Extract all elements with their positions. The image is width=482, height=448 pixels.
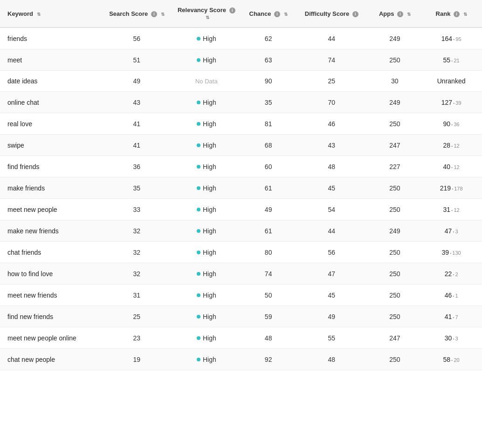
table-row: chat new people19High924825058 • 20 [0, 349, 482, 370]
relevancy-dot [197, 229, 200, 233]
keyword-cell: how to find love [0, 263, 103, 285]
difficulty-score-cell: 49 [294, 306, 369, 327]
table-header-row: Keyword ⇅ Search Score i ⇅ Relevancy Sco… [0, 0, 482, 27]
column-header-relevancy-score[interactable]: Relevancy Score i ⇅ [170, 0, 242, 27]
chance-cell: 63 [242, 49, 294, 71]
search-score-cell: 31 [103, 285, 170, 306]
difficulty-score-label: Difficulty Score [305, 10, 349, 17]
apps-sort-icon: ⇅ [407, 12, 411, 17]
rank-main-value: 55 [443, 56, 451, 64]
relevancy-score-cell: High [170, 199, 242, 220]
high-badge: High [197, 99, 216, 106]
relevancy-dot [197, 336, 200, 340]
difficulty-score-cell: 54 [294, 199, 369, 220]
search-score-cell: 41 [103, 135, 170, 156]
chance-cell: 61 [242, 220, 294, 242]
keyword-cell: meet new people [0, 199, 103, 220]
keyword-cell: meet [0, 49, 103, 71]
rank-main-value: 31 [443, 206, 451, 213]
apps-cell: 249 [369, 92, 421, 113]
table-row: online chat43High3570249127 • 39 [0, 92, 482, 113]
table-row: find friends36High604822740 • 12 [0, 156, 482, 177]
keyword-cell: friends [0, 27, 103, 49]
column-header-chance[interactable]: Chance i ⇅ [242, 0, 294, 27]
rank-main-value: 22 [445, 270, 452, 278]
column-header-apps[interactable]: Apps i ⇅ [369, 0, 421, 27]
apps-cell: 250 [369, 242, 421, 263]
difficulty-score-cell: 44 [294, 220, 369, 242]
rank-sub-value: 3 [455, 229, 458, 234]
chance-cell: 74 [242, 263, 294, 285]
relevancy-score-cell: High [170, 92, 242, 113]
search-score-cell: 56 [103, 27, 170, 49]
high-badge: High [197, 334, 216, 342]
apps-cell: 249 [369, 220, 421, 242]
high-badge: High [197, 163, 216, 170]
keyword-cell: meet new people online [0, 327, 103, 349]
table-row: chat friends32High805625039 • 130 [0, 242, 482, 263]
relevancy-score-cell: High [170, 306, 242, 327]
difficulty-score-cell: 48 [294, 349, 369, 370]
table-row: swipe41High684324728 • 12 [0, 135, 482, 156]
search-score-cell: 32 [103, 242, 170, 263]
rank-cell: 164 • 95 [420, 27, 482, 49]
keyword-table-container: Keyword ⇅ Search Score i ⇅ Relevancy Sco… [0, 0, 482, 370]
rank-cell: 31 • 12 [420, 199, 482, 220]
apps-cell: 250 [369, 177, 421, 199]
rank-cell: 90 • 36 [420, 113, 482, 135]
table-row: how to find love32High744725022 • 2 [0, 263, 482, 285]
apps-info-icon: i [397, 11, 403, 17]
relevancy-score-info-icon: i [229, 7, 235, 14]
rank-sub-value: 178 [454, 186, 462, 191]
column-header-rank[interactable]: Rank i ⇅ [420, 0, 482, 27]
keyword-cell: find friends [0, 156, 103, 177]
table-row: meet new friends31High504525046 • 1 [0, 285, 482, 306]
rank-main-value: 90 [443, 120, 451, 128]
relevancy-score-cell: High [170, 49, 242, 71]
relevancy-dot [197, 101, 200, 104]
difficulty-score-info-icon: i [352, 11, 358, 17]
chance-cell: 81 [242, 113, 294, 135]
chance-cell: 59 [242, 306, 294, 327]
high-label: High [203, 206, 216, 213]
high-label: High [203, 292, 216, 299]
high-badge: High [197, 56, 216, 64]
rank-main-value: 28 [443, 142, 451, 149]
search-score-cell: 23 [103, 327, 170, 349]
rank-main-value: 30 [445, 334, 452, 342]
chance-cell: 68 [242, 135, 294, 156]
rank-cell: 40 • 12 [420, 156, 482, 177]
high-badge: High [197, 227, 216, 235]
difficulty-score-cell: 74 [294, 49, 369, 71]
relevancy-dot [197, 122, 200, 126]
relevancy-score-cell: High [170, 327, 242, 349]
apps-cell: 247 [369, 135, 421, 156]
rank-sub-value: 21 [454, 58, 459, 63]
high-label: High [203, 227, 216, 235]
table-row: date ideas49No Data902530Unranked [0, 71, 482, 92]
table-row: meet51High637425055 • 21 [0, 49, 482, 71]
high-badge: High [197, 184, 216, 192]
relevancy-dot [197, 208, 200, 211]
rank-sub-value: 2 [455, 272, 458, 277]
search-score-cell: 43 [103, 92, 170, 113]
rank-sub-value: 12 [454, 143, 459, 149]
rank-cell: 28 • 12 [420, 135, 482, 156]
relevancy-dot [197, 251, 200, 254]
rank-sub-value: 20 [454, 357, 459, 363]
apps-cell: 250 [369, 285, 421, 306]
relevancy-dot [197, 58, 200, 62]
relevancy-score-cell: High [170, 242, 242, 263]
rank-sub-value: 12 [454, 207, 459, 213]
chance-cell: 61 [242, 177, 294, 199]
column-header-keyword[interactable]: Keyword ⇅ [0, 0, 103, 27]
rank-label: Rank [436, 10, 451, 17]
difficulty-score-cell: 25 [294, 71, 369, 92]
relevancy-dot [197, 37, 200, 41]
high-badge: High [197, 356, 216, 363]
high-label: High [203, 249, 216, 256]
table-row: real love41High814625090 • 36 [0, 113, 482, 135]
keyword-sort-icon: ⇅ [37, 12, 41, 17]
column-header-search-score[interactable]: Search Score i ⇅ [103, 0, 170, 27]
chance-cell: 62 [242, 27, 294, 49]
